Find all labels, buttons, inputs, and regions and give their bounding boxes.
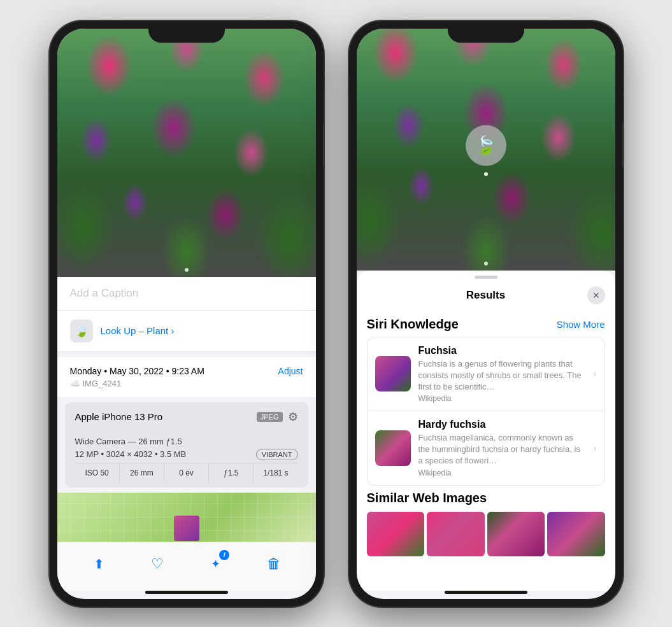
delete-button[interactable]: 🗑 [260, 550, 288, 578]
map-area[interactable] [57, 493, 316, 542]
web-images-title: Similar Web Images [367, 491, 605, 505]
web-image-4[interactable] [547, 512, 605, 556]
camera-details: Wide Camera — 26 mm ƒ1.5 12 MP • 3024 × … [65, 432, 308, 488]
search-dot [484, 172, 488, 176]
heart-icon: ♡ [151, 556, 164, 572]
fuchsia-text: Fuchsia Fuchsia is a genus of flowering … [418, 345, 586, 404]
exif-row: ISO 50 26 mm 0 ev ƒ1.5 1/181 s [75, 463, 298, 483]
photo-flowers-bg [57, 29, 316, 277]
hardy-title: Hardy fuchsia [418, 419, 586, 430]
right-page-dot [484, 262, 488, 265]
bottom-toolbar: ⬆ ♡ ✦ i 🗑 [57, 542, 316, 591]
right-phone: 🍃 Results ✕ Siri Knowledge [349, 21, 623, 607]
left-phone-screen: Add a Caption 🍃 Look Up – Plant › Monday… [57, 29, 316, 599]
photo-area[interactable] [57, 29, 316, 277]
lookup-subject: Plant [144, 325, 168, 336]
siri-knowledge-title: Siri Knowledge [367, 317, 459, 332]
fuchsia-thumbnail [375, 356, 411, 391]
gear-icon: ⚙ [288, 410, 298, 424]
exif-ev: 0 ev [164, 463, 209, 483]
web-images-row [367, 512, 605, 556]
exif-shutter: 1/181 s [254, 463, 297, 483]
info-badge: i [219, 550, 229, 560]
web-image-1[interactable] [367, 512, 425, 556]
web-image-2[interactable] [427, 512, 485, 556]
hardy-text: Hardy fuchsia Fuchsia magellanica, commo… [418, 419, 586, 477]
camera-mp: 12 MP • 3024 × 4032 • 3.5 MB [75, 449, 187, 459]
camera-model: Apple iPhone 13 Pro [75, 411, 163, 422]
web-images-section: Similar Web Images [357, 491, 615, 564]
vibrant-badge: VIBRANT [256, 449, 298, 460]
caption-placeholder[interactable]: Add a Caption [70, 287, 139, 299]
close-button[interactable]: ✕ [587, 286, 605, 304]
home-indicator-right [445, 591, 527, 594]
lookup-text: Look Up – [101, 325, 144, 336]
like-button[interactable]: ♡ [143, 550, 171, 578]
filename: IMG_4241 [83, 379, 122, 388]
knowledge-card: Fuchsia Fuchsia is a genus of flowering … [367, 337, 605, 486]
lookup-chevron: › [171, 325, 174, 336]
knowledge-item-fuchsia[interactable]: Fuchsia Fuchsia is a genus of flowering … [368, 337, 604, 411]
fuchsia-desc: Fuchsia is a genus of flowering plants t… [418, 358, 586, 393]
show-more-button[interactable]: Show More [557, 319, 605, 330]
cloud-icon: ☁️ [70, 379, 80, 388]
hardy-desc: Fuchsia magellanica, commonly known as t… [418, 432, 586, 467]
leaf-lookup-icon: 🍃 [70, 320, 93, 342]
lookup-label: Look Up – Plant › [101, 325, 175, 336]
camera-header: Apple iPhone 13 Pro JPEG ⚙ [65, 402, 308, 432]
visual-search-leaf-icon: 🍃 [475, 135, 497, 156]
visual-search-button[interactable]: 🍃 [466, 125, 506, 166]
date-section: Monday • May 30, 2022 • 9:23 AM Adjust ☁… [57, 357, 316, 397]
camera-spec2: 12 MP • 3024 × 4032 • 3.5 MB VIBRANT [75, 449, 298, 460]
adjust-button[interactable]: Adjust [278, 366, 303, 376]
fuchsia-title: Fuchsia [418, 345, 586, 356]
map-thumbnail [174, 516, 199, 541]
format-badge: JPEG [257, 412, 283, 422]
siri-knowledge-header: Siri Knowledge Show More [357, 309, 615, 337]
fuchsia-chevron-icon: › [594, 369, 597, 379]
results-header: Results ✕ [357, 279, 615, 309]
exif-aperture: ƒ1.5 [209, 463, 254, 483]
web-image-3[interactable] [487, 512, 545, 556]
caption-area[interactable]: Add a Caption [57, 277, 316, 311]
results-title: Results [385, 289, 587, 302]
photo-date: Monday • May 30, 2022 • 9:23 AM [70, 366, 204, 376]
results-panel: Results ✕ Siri Knowledge Show More Fu [357, 271, 615, 591]
info-scroll-area[interactable]: Monday • May 30, 2022 • 9:23 AM Adjust ☁… [57, 352, 316, 542]
leaf-symbol: 🍃 [75, 324, 89, 338]
close-icon: ✕ [592, 290, 600, 300]
lookup-row[interactable]: 🍃 Look Up – Plant › [57, 311, 316, 352]
fuchsia-source: Wikipedia [418, 394, 586, 403]
camera-section: Apple iPhone 13 Pro JPEG ⚙ Wide Camera —… [65, 402, 308, 488]
exif-focal: 26 mm [120, 463, 164, 483]
badge-row: JPEG ⚙ [257, 410, 298, 424]
share-button[interactable]: ⬆ [85, 550, 113, 578]
right-photo-area: 🍃 [357, 29, 615, 271]
trash-icon: 🗑 [267, 556, 281, 572]
sparkle-icon: ✦ [211, 557, 220, 571]
camera-spec1: Wide Camera — 26 mm ƒ1.5 [75, 437, 298, 446]
exif-iso: ISO 50 [75, 463, 120, 483]
knowledge-item-hardy[interactable]: Hardy fuchsia Fuchsia magellanica, commo… [368, 411, 604, 485]
phones-container: Add a Caption 🍃 Look Up – Plant › Monday… [50, 21, 623, 607]
hardy-chevron-icon: › [594, 443, 597, 453]
right-phone-screen: 🍃 Results ✕ Siri Knowledge [357, 29, 615, 599]
hardy-thumbnail [375, 430, 411, 466]
left-phone: Add a Caption 🍃 Look Up – Plant › Monday… [50, 21, 324, 607]
info-button[interactable]: ✦ i [201, 550, 229, 578]
map-thumb-image [174, 516, 199, 541]
page-dot [185, 268, 189, 272]
share-icon: ⬆ [94, 556, 104, 572]
info-badge-text: i [224, 551, 225, 558]
home-indicator-left [145, 591, 228, 594]
hardy-source: Wikipedia [418, 468, 586, 477]
